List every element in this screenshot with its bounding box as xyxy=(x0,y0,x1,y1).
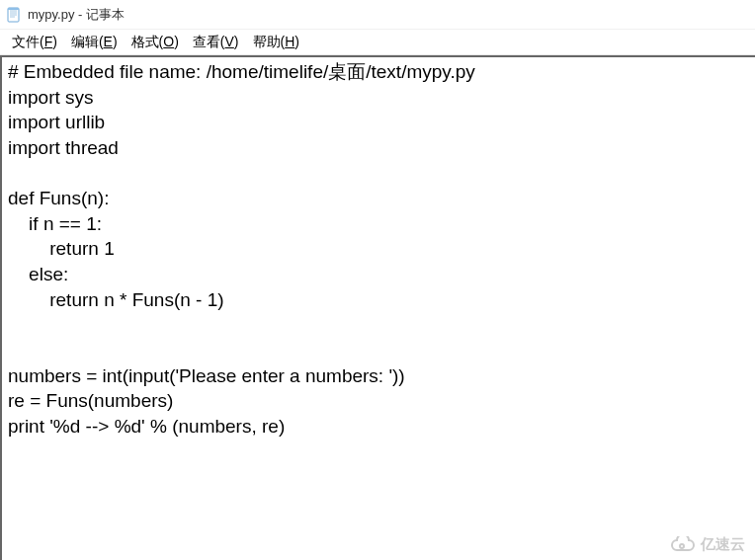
svg-rect-5 xyxy=(8,8,19,10)
window-title: mypy.py - 记事本 xyxy=(28,6,125,24)
title-bar: mypy.py - 记事本 xyxy=(0,0,755,30)
menu-view[interactable]: 查看(V) xyxy=(189,32,243,53)
menu-help[interactable]: 帮助(H) xyxy=(249,32,303,53)
menu-format[interactable]: 格式(O) xyxy=(127,32,183,53)
menu-edit[interactable]: 编辑(E) xyxy=(67,32,122,53)
editor-content[interactable]: # Embedded file name: /home/timelife/桌面/… xyxy=(0,55,755,560)
notepad-icon xyxy=(6,7,22,23)
menu-bar: 文件(F) 编辑(E) 格式(O) 查看(V) 帮助(H) xyxy=(0,30,755,55)
menu-file[interactable]: 文件(F) xyxy=(8,32,61,53)
